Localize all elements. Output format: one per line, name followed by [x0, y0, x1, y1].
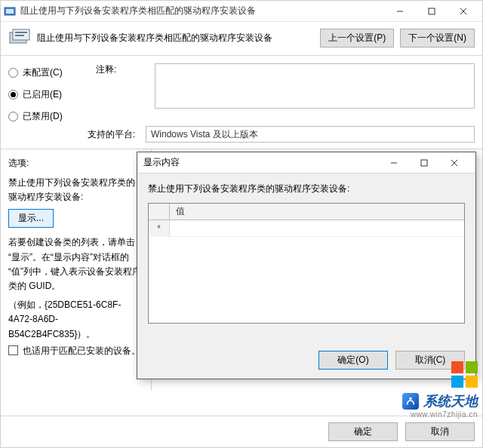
modal-titlebar: 显示内容	[137, 152, 475, 173]
supported-platforms-field: Windows Vista 及以上版本	[146, 126, 475, 143]
show-button[interactable]: 显示...	[8, 209, 54, 228]
svg-rect-9	[15, 35, 24, 36]
radio-not-configured[interactable]: 未配置(C)	[8, 66, 91, 79]
window-title: 阻止使用与下列设备安装程序类相匹配的驱动程序安装设备	[20, 5, 256, 17]
policy-title: 阻止使用与下列设备安装程序类相匹配的驱动程序安装设备	[37, 32, 272, 44]
values-grid[interactable]: 值 *	[148, 203, 465, 324]
app-icon	[4, 5, 16, 17]
dialog-footer: 确定 取消	[1, 416, 482, 447]
grid-new-row[interactable]: *	[149, 220, 464, 237]
svg-rect-8	[15, 32, 27, 33]
brand-url: www.win7zhijia.cn	[402, 410, 478, 419]
grid-corner	[149, 204, 170, 219]
radio-label: 已禁用(D)	[23, 110, 63, 123]
radio-label: 未配置(C)	[23, 66, 63, 79]
also-apply-checkbox-row[interactable]: 也适用于匹配已安装的设备。	[8, 345, 143, 357]
svg-rect-3	[429, 8, 435, 14]
microsoft-logo-icon	[451, 361, 478, 388]
policy-header: 阻止使用与下列设备安装程序类相匹配的驱动程序安装设备 上一个设置(P) 下一个设…	[1, 22, 482, 52]
radio-label: 已启用(E)	[23, 88, 62, 101]
svg-rect-11	[421, 160, 427, 166]
comment-textarea[interactable]	[155, 63, 475, 109]
options-text-example: （例如，{25DBCE51-6C8F-4A72-8A6D-B54C2B4FC83…	[8, 298, 143, 342]
grid-row-marker: *	[149, 220, 170, 237]
maximize-button[interactable]	[416, 2, 448, 21]
supported-platforms-value: Windows Vista 及以上版本	[151, 128, 258, 141]
svg-point-14	[409, 397, 412, 400]
checkbox-icon	[8, 345, 18, 355]
close-button[interactable]	[448, 2, 479, 21]
radio-disabled[interactable]: 已禁用(D)	[8, 110, 91, 123]
supported-label: 支持的平台:	[8, 128, 141, 141]
previous-setting-button[interactable]: 上一个设置(P)	[320, 29, 394, 48]
comment-label: 注释:	[96, 63, 149, 109]
svg-rect-1	[6, 9, 14, 14]
titlebar: 阻止使用与下列设备安装程序类相匹配的驱动程序安装设备	[1, 1, 482, 22]
checkbox-label: 也适用于匹配已安装的设备。	[23, 345, 140, 357]
radio-enabled[interactable]: 已启用(E)	[8, 88, 91, 101]
options-label: 选项:	[8, 157, 143, 170]
modal-minimize-button[interactable]	[379, 154, 409, 172]
minimize-button[interactable]	[384, 2, 416, 21]
grid-cell[interactable]	[170, 220, 464, 237]
watermark: 系统天地 www.win7zhijia.cn	[402, 361, 478, 419]
group-policy-editor-window: 阻止使用与下列设备安装程序类相匹配的驱动程序安装设备 阻止使用与下列设备安装程序…	[0, 0, 483, 448]
next-setting-button[interactable]: 下一个设置(N)	[400, 29, 475, 48]
radio-icon	[8, 112, 18, 121]
modal-ok-button[interactable]: 确定(O)	[318, 351, 388, 370]
brand-name: 系统天地	[423, 392, 478, 410]
show-contents-dialog: 显示内容 禁止使用下列设备安装程序类的驱动程序安装设备: 值 *	[137, 152, 476, 379]
policy-icon	[8, 28, 31, 48]
modal-maximize-button[interactable]	[409, 154, 439, 172]
modal-prompt: 禁止使用下列设备安装程序类的驱动程序安装设备:	[148, 183, 465, 195]
modal-close-button[interactable]	[439, 154, 469, 172]
policy-state-area: 未配置(C) 已启用(E) 已禁用(D) 注释:	[1, 56, 482, 126]
radio-icon	[8, 68, 18, 78]
ok-button[interactable]: 确定	[328, 422, 398, 441]
modal-title: 显示内容	[143, 156, 180, 169]
brand-icon	[402, 393, 419, 410]
options-text-2: 若要创建设备类的列表，请单击“显示”。在“显示内容”对话框的“值”列中，键入表示…	[8, 235, 143, 293]
radio-icon	[8, 90, 18, 100]
cancel-button[interactable]: 取消	[405, 422, 475, 441]
grid-column-header: 值	[170, 204, 464, 219]
options-text-1: 禁止使用下列设备安装程序类的驱动程序安装设备:	[8, 176, 143, 204]
